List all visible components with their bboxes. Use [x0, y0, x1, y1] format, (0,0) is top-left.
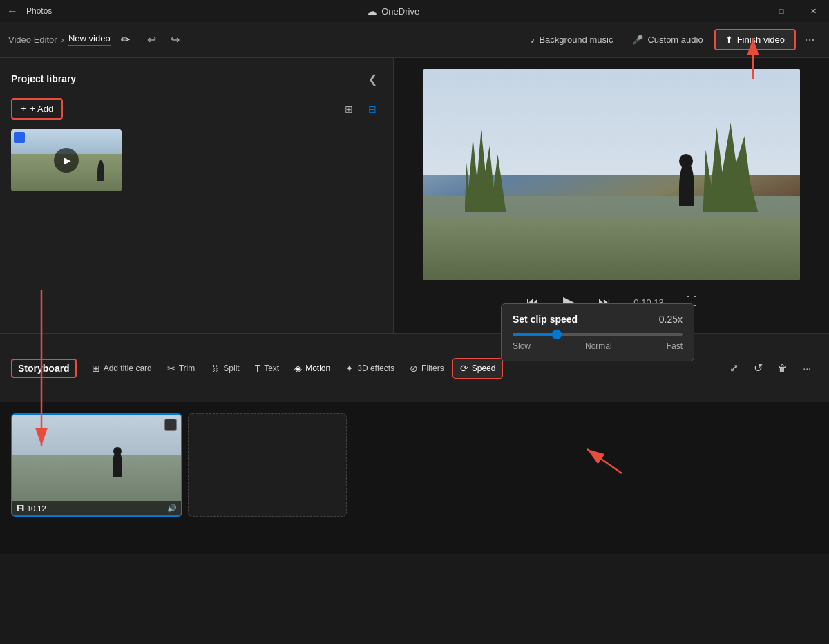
clip-info-bar: 🎞 10.12 🔊 [12, 501, 181, 515]
background-music-button[interactable]: ♪ Background music [522, 30, 621, 49]
add-title-card-icon: ⊞ [92, 363, 100, 374]
rotate-button[interactable]: ↺ [747, 357, 770, 379]
filters-icon: ⊘ [410, 363, 418, 374]
speed-icon: ⟳ [460, 363, 468, 374]
motion-icon: ◈ [294, 363, 302, 374]
clip-sky [12, 415, 181, 460]
audio-icon: 🎤 [632, 35, 643, 45]
speed-labels: Slow Normal Fast [513, 341, 683, 351]
more-clip-options-button[interactable]: ··· [796, 359, 818, 378]
more-options-button[interactable]: ··· [799, 29, 821, 51]
main-toolbar: Video Editor › New video ✏ ↩ ↪ ♪ Backgro… [0, 22, 829, 58]
add-label: + Add [30, 104, 54, 114]
view-controls: ⊞ ⊟ [339, 100, 382, 119]
speed-slider-track [513, 333, 683, 336]
finish-video-button[interactable]: ⬆ Finish video [714, 29, 796, 50]
resize-button[interactable]: ⤢ [723, 357, 745, 379]
title-bar-left: ← Photos [7, 5, 52, 17]
library-header: Project library ❮ [11, 69, 382, 88]
timeline-clip[interactable]: 🎞 10.12 🔊 [11, 413, 182, 517]
timeline-area: 🎞 10.12 🔊 [0, 402, 829, 554]
clip-duration: 🎞 10.12 [17, 504, 46, 513]
text-button[interactable]: T Text [248, 359, 287, 378]
main-content: Project library ❮ + + Add ⊞ ⊟ [0, 58, 829, 333]
thumbnail-play-button[interactable]: ▶ [54, 148, 79, 173]
minimize-button[interactable]: — [734, 0, 765, 22]
project-library-panel: Project library ❮ + + Add ⊞ ⊟ [0, 58, 394, 333]
finish-video-label: Finish video [737, 35, 785, 45]
redo-button[interactable]: ↪ [164, 29, 187, 51]
breadcrumb-home[interactable]: Video Editor [8, 35, 57, 45]
speed-slider-fill [513, 333, 555, 336]
split-label: Split [223, 363, 239, 373]
speed-value: 0.25x [659, 314, 683, 325]
add-media-button[interactable]: + + Add [11, 98, 63, 120]
edit-project-name-button[interactable]: ✏ [115, 29, 137, 51]
clip-time: 10.12 [27, 504, 46, 513]
clip-checkbox[interactable] [164, 419, 177, 431]
onedrive-area: ☁ OneDrive [358, 2, 428, 21]
trim-label: Trim [179, 363, 196, 373]
3d-effects-button[interactable]: ✦ 3D effects [339, 359, 401, 378]
custom-audio-button[interactable]: 🎤 Custom audio [624, 30, 711, 49]
onedrive-button[interactable]: ☁ OneDrive [358, 2, 428, 21]
list-view-button[interactable]: ⊟ [363, 100, 382, 119]
pencil-icon: ✏ [121, 33, 130, 46]
play-icon: ▶ [64, 155, 71, 166]
project-name: New video [68, 33, 111, 46]
preview-panel: ⏮ ▶ ⏭ 0:10.13 ⛶ Set clip speed 0.25x Slo… [394, 58, 829, 333]
add-title-card-label: Add title card [104, 363, 152, 373]
onedrive-cloud-icon: ☁ [366, 5, 377, 18]
close-button[interactable]: ✕ [797, 0, 829, 22]
text-label: Text [264, 363, 279, 373]
app-title: Photos [26, 6, 52, 16]
library-controls: + + Add ⊞ ⊟ [11, 98, 382, 120]
export-icon: ⬆ [725, 35, 733, 45]
clip-progress-bar [12, 515, 80, 517]
person-silhouette [679, 161, 694, 206]
title-bar-controls: — □ ✕ [734, 0, 829, 22]
timeline-empty-slot-1 [188, 413, 347, 517]
speed-slider-container[interactable] [513, 333, 683, 336]
maximize-button[interactable]: □ [765, 0, 797, 22]
add-title-card-button[interactable]: ⊞ Add title card [85, 359, 159, 378]
video-icon: 🎞 [17, 504, 24, 513]
speed-popup: Set clip speed 0.25x Slow Normal Fast [501, 303, 694, 361]
back-button[interactable]: ← [7, 5, 18, 17]
filters-button[interactable]: ⊘ Filters [403, 359, 451, 378]
library-title: Project library [11, 73, 76, 84]
storyboard-toolbar: Storyboard ⊞ Add title card ✂ Trim ⧚ Spl… [0, 333, 829, 402]
speed-popup-header: Set clip speed 0.25x [513, 314, 683, 325]
video-ground [423, 217, 800, 281]
split-button[interactable]: ⧚ Split [203, 359, 246, 378]
speed-label-fast: Fast [667, 341, 683, 351]
background-music-label: Background music [539, 35, 613, 45]
speed-slider-thumb[interactable] [552, 330, 562, 339]
more-clip-icon: ··· [803, 363, 811, 374]
clip-person-head [113, 447, 122, 455]
3d-effects-label: 3D effects [357, 363, 394, 373]
delete-clip-button[interactable]: 🗑 [771, 359, 794, 378]
video-preview [423, 69, 800, 280]
rotate-icon: ↺ [754, 361, 763, 375]
onedrive-label: OneDrive [381, 6, 419, 17]
split-icon: ⧚ [210, 363, 220, 374]
motion-button[interactable]: ◈ Motion [287, 359, 337, 378]
video-frame [423, 69, 800, 280]
library-header-controls: ❮ [363, 69, 382, 88]
library-item[interactable]: ▶ [11, 129, 122, 191]
music-icon: ♪ [531, 35, 535, 45]
undo-button[interactable]: ↩ [141, 29, 163, 51]
title-bar: ← Photos ☁ OneDrive — □ ✕ [0, 0, 829, 22]
speed-popup-title: Set clip speed [513, 314, 578, 325]
collapse-panel-button[interactable]: ❮ [363, 69, 382, 88]
speed-button[interactable]: ⟳ Speed [452, 358, 504, 379]
grid-view-button[interactable]: ⊞ [339, 100, 359, 119]
toolbar-actions: ♪ Background music 🎤 Custom audio ⬆ Fini… [522, 29, 821, 51]
storyboard-label: Storyboard [11, 359, 77, 378]
speed-label-normal: Normal [585, 341, 612, 351]
breadcrumb-separator: › [61, 35, 64, 45]
text-icon: T [255, 363, 261, 374]
trim-button[interactable]: ✂ Trim [160, 359, 202, 378]
motion-label: Motion [305, 363, 330, 373]
